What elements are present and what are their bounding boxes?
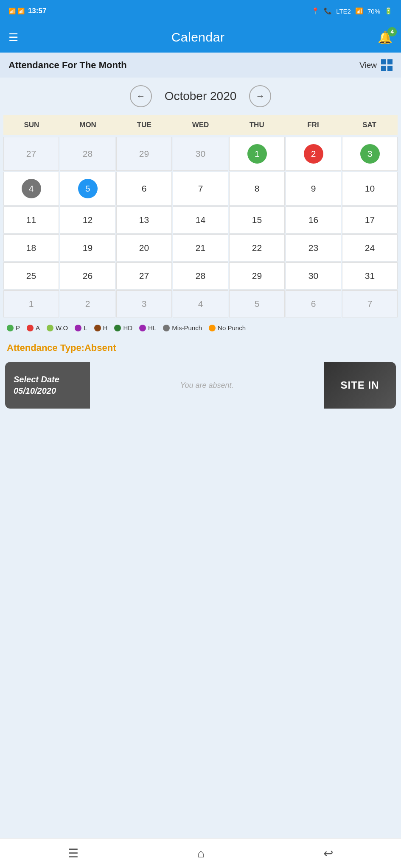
wifi-icon: 📶 bbox=[355, 7, 363, 15]
battery-icon: 🔋 bbox=[384, 7, 393, 15]
calendar-cell[interactable]: 21 bbox=[173, 234, 228, 262]
legend-dot bbox=[47, 325, 53, 331]
location-icon: 📍 bbox=[311, 7, 320, 15]
calendar-cell[interactable]: 13 bbox=[116, 206, 172, 234]
menu-icon[interactable]: ☰ bbox=[8, 31, 18, 44]
view-control[interactable]: View bbox=[359, 59, 393, 71]
calendar-cell[interactable]: 2 bbox=[60, 290, 115, 317]
status-time: 13:57 bbox=[28, 7, 46, 15]
bottom-navigation: ☰ ⌂ ↩ bbox=[0, 838, 401, 868]
nav-menu-icon[interactable]: ☰ bbox=[68, 846, 79, 860]
calendar-cell[interactable]: 25 bbox=[3, 262, 59, 289]
attendance-type-value: Absent bbox=[84, 342, 116, 353]
next-month-button[interactable]: → bbox=[249, 85, 271, 107]
calendar-cell[interactable]: 4 bbox=[3, 172, 59, 206]
attendance-header: Attendance For The Month View bbox=[0, 53, 401, 78]
legend-label: P bbox=[16, 324, 20, 331]
calendar-cell[interactable]: 3 bbox=[342, 137, 398, 171]
calendar-cell[interactable]: 1 bbox=[3, 290, 59, 317]
calendar-cell[interactable]: 22 bbox=[229, 234, 285, 262]
legend-item: A bbox=[27, 324, 40, 331]
calendar-cell[interactable]: 20 bbox=[116, 234, 172, 262]
calendar-cell[interactable]: 24 bbox=[342, 234, 398, 262]
calendar-cell[interactable]: 2 bbox=[286, 137, 341, 171]
calendar-cell[interactable]: 12 bbox=[60, 206, 115, 234]
attendance-title: Attendance For The Month bbox=[8, 60, 127, 71]
nav-back-icon[interactable]: ↩ bbox=[323, 846, 333, 860]
calendar-cell[interactable]: 31 bbox=[342, 262, 398, 289]
calendar-cell[interactable]: 1 bbox=[229, 137, 285, 171]
day-tue: TUE bbox=[116, 115, 172, 135]
calendar-cell[interactable]: 27 bbox=[3, 137, 59, 171]
calendar-cell[interactable]: 3 bbox=[116, 290, 172, 317]
legend-dot bbox=[75, 325, 81, 331]
site-in-button[interactable]: SITE IN bbox=[324, 362, 396, 409]
calendar-cell[interactable]: 18 bbox=[3, 234, 59, 262]
legend-dot bbox=[139, 325, 146, 331]
legend-dot bbox=[163, 325, 170, 331]
day-fri: FRI bbox=[285, 115, 342, 135]
select-date-label: Select Date bbox=[14, 375, 59, 384]
calendar-cell[interactable]: 29 bbox=[116, 137, 172, 171]
calendar-cell[interactable]: 7 bbox=[173, 172, 228, 206]
legend-dot bbox=[27, 325, 34, 331]
legend-item: Mis-Punch bbox=[163, 324, 202, 331]
grid-view-icon[interactable] bbox=[381, 59, 393, 71]
signal-icon: 📶 📶 bbox=[8, 8, 25, 14]
day-thu: THU bbox=[229, 115, 285, 135]
calendar-cell[interactable]: 5 bbox=[229, 290, 285, 317]
calendar-cell[interactable]: 28 bbox=[60, 137, 115, 171]
calendar-cell[interactable]: 5 bbox=[60, 172, 115, 206]
calendar-cell[interactable]: 14 bbox=[173, 206, 228, 234]
calendar-cell[interactable]: 28 bbox=[173, 262, 228, 289]
legend-label: W.O bbox=[56, 324, 68, 331]
calendar-cell[interactable]: 10 bbox=[342, 172, 398, 206]
date-section: Select Date 05/10/2020 bbox=[5, 362, 90, 409]
legend-item: L bbox=[75, 324, 87, 331]
calendar-cell[interactable]: 23 bbox=[286, 234, 341, 262]
app-title: Calendar bbox=[171, 30, 225, 45]
calendar-cell[interactable]: 19 bbox=[60, 234, 115, 262]
calendar-cell[interactable]: 29 bbox=[229, 262, 285, 289]
absent-message: You are absent. bbox=[90, 362, 324, 409]
calendar-cell[interactable]: 4 bbox=[173, 290, 228, 317]
calendar-cell[interactable]: 15 bbox=[229, 206, 285, 234]
day-sat: SAT bbox=[341, 115, 398, 135]
day-mon: MON bbox=[60, 115, 116, 135]
bottom-panel: Select Date 05/10/2020 You are absent. S… bbox=[5, 362, 396, 409]
legend-label: HL bbox=[148, 324, 156, 331]
legend-item: W.O bbox=[47, 324, 68, 331]
month-navigation: ← October 2020 → bbox=[0, 78, 401, 115]
legend-label: A bbox=[36, 324, 40, 331]
calendar-cell[interactable]: 11 bbox=[3, 206, 59, 234]
current-month: October 2020 bbox=[165, 89, 237, 103]
calendar-cell[interactable]: 26 bbox=[60, 262, 115, 289]
calendar-cell[interactable]: 9 bbox=[286, 172, 341, 206]
calendar-cell[interactable]: 17 bbox=[342, 206, 398, 234]
legend-dot bbox=[94, 325, 101, 331]
calendar-cell[interactable]: 8 bbox=[229, 172, 285, 206]
calendar-cell[interactable]: 30 bbox=[286, 262, 341, 289]
legend-label: HD bbox=[123, 324, 132, 331]
legend-item: P bbox=[7, 324, 20, 331]
calendar-cell[interactable]: 30 bbox=[173, 137, 228, 171]
notification-badge: 4 bbox=[387, 27, 397, 36]
legend-item: HL bbox=[139, 324, 156, 331]
app-bar: ☰ Calendar 🔔 4 bbox=[0, 22, 401, 53]
legend: PAW.OLHHDHLMis-PunchNo Punch bbox=[0, 317, 401, 338]
status-right: 📍 📞 LTE2 📶 70% 🔋 bbox=[311, 7, 393, 15]
nav-home-icon[interactable]: ⌂ bbox=[197, 847, 205, 860]
view-label: View bbox=[359, 61, 377, 70]
legend-item: No Punch bbox=[209, 324, 246, 331]
legend-label: L bbox=[84, 324, 87, 331]
battery-level: 70% bbox=[367, 8, 380, 15]
notification-bell[interactable]: 🔔 4 bbox=[378, 31, 393, 45]
calendar-cell[interactable]: 16 bbox=[286, 206, 341, 234]
calendar-cell[interactable]: 6 bbox=[116, 172, 172, 206]
status-left: 📶 📶 13:57 bbox=[8, 7, 46, 15]
legend-item: H bbox=[94, 324, 108, 331]
prev-month-button[interactable]: ← bbox=[130, 85, 152, 107]
calendar-cell[interactable]: 6 bbox=[286, 290, 341, 317]
calendar-cell[interactable]: 27 bbox=[116, 262, 172, 289]
calendar-cell[interactable]: 7 bbox=[342, 290, 398, 317]
